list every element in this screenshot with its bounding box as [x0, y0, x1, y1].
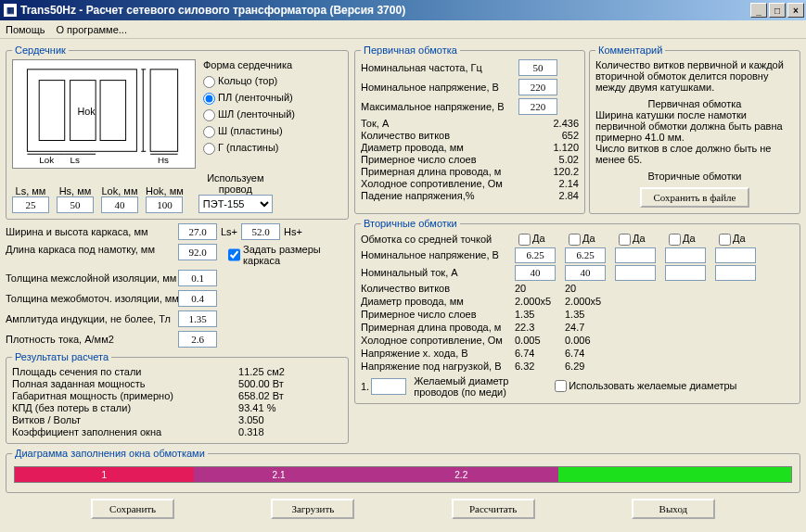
s-ct-3[interactable]: Да [615, 233, 659, 246]
comment-block3: Число витков в слое должно быть не менее… [595, 143, 794, 165]
s-v1[interactable] [515, 247, 556, 263]
svg-rect-3 [100, 81, 126, 141]
save-comments-button[interactable]: Сохранить в файле [640, 187, 748, 208]
load-button[interactable]: Загрузить [271, 499, 354, 519]
bar-seg1: 1 [15, 467, 194, 482]
frame-len-input[interactable] [178, 244, 217, 260]
res-area-l: Площадь сечения по стали [12, 366, 142, 377]
fill-legend: Диаграмма заполнения окна обмотками [12, 448, 208, 459]
freq-label: Номинальная частота, Гц [361, 62, 518, 73]
s-cr1: 0.005 [515, 335, 559, 346]
radio-pl[interactable]: ПЛ (ленточный) [203, 90, 295, 105]
radio-sh[interactable]: Ш (пластины) [203, 123, 295, 138]
svg-rect-4 [150, 70, 177, 151]
frame-size-check[interactable]: Задать размеры каркаса [224, 244, 336, 266]
s-v5[interactable] [715, 247, 756, 263]
radio-ring[interactable]: Кольцо (тор) [203, 73, 295, 88]
desired-label: Желаемый диаметр проводов (по меди) [414, 375, 525, 398]
desired-input[interactable] [371, 378, 406, 395]
p-cur-l: Ток, А [361, 118, 389, 129]
exit-button[interactable]: Выход [632, 499, 715, 519]
app-icon: ▦ [4, 4, 17, 17]
s-vl1: 6.32 [515, 361, 559, 372]
s-vidle-l: Напряжение х. хода, В [361, 348, 509, 359]
window-title: Trans50Hz - Расчет сетевого силового тра… [20, 4, 405, 17]
titlebar: ▦ Trans50Hz - Расчет сетевого силового т… [0, 0, 806, 20]
interlayer-input[interactable] [178, 270, 217, 286]
s-c3[interactable] [615, 265, 656, 281]
hok-label: Hok, мм [146, 185, 184, 196]
s-cr2: 0.006 [565, 335, 609, 346]
ls-plus-label: Ls+ [221, 226, 237, 237]
comment-block1: Количество витков первичной и каждой вто… [595, 59, 794, 93]
use-desired-check[interactable]: Использовать желаемые диаметры [551, 380, 736, 393]
frame-h-input[interactable] [241, 223, 280, 240]
p-wdia-l: Диаметр провода, мм [361, 142, 464, 153]
s-nomc-label: Номинальный ток, А [361, 267, 509, 278]
maximize-button[interactable]: □ [769, 3, 786, 18]
s-vload-l: Напряжение под нагрузкой, В [361, 361, 509, 372]
s-ct-4[interactable]: Да [665, 233, 710, 246]
menu-about[interactable]: О программе... [57, 24, 127, 35]
induction-input[interactable] [178, 310, 217, 327]
p-coldr-v: 2.14 [559, 178, 579, 189]
s-c4[interactable] [665, 265, 706, 281]
hs-plus-label: Hs+ [284, 226, 302, 237]
lok-label: Lok, мм [102, 185, 138, 196]
group-fill-diagram: Диаграмма заполнения окна обмотками 1 2.… [6, 448, 800, 493]
save-button[interactable]: Сохранить [91, 499, 174, 519]
p-wlen-l: Примерная длина провода, м [361, 166, 501, 177]
comments-legend: Комментарий [595, 44, 665, 56]
p-wlen-v: 120.2 [553, 166, 579, 177]
maxv-input[interactable] [518, 98, 557, 115]
res-fill-l: Коэффициент заполнения окна [12, 426, 161, 437]
s-wlen-l: Примерная длина провода, м [361, 322, 509, 333]
s-d2: 2.000x5 [565, 296, 609, 307]
bar-seg2: 2.1 [194, 467, 365, 482]
hs-input[interactable] [57, 196, 94, 213]
hok-input[interactable] [146, 196, 183, 213]
menu-help[interactable]: Помощь [6, 24, 45, 35]
res-area-v: 11.25 см2 [238, 366, 285, 377]
radio-shl[interactable]: ШЛ (ленточный) [203, 107, 295, 121]
res-kpd-l: КПД (без потерь в стали) [12, 402, 131, 413]
lok-input[interactable] [101, 196, 138, 213]
close-button[interactable]: × [787, 3, 804, 18]
res-gab-l: Габаритная мощность (примерно) [12, 390, 173, 401]
s-l1: 1.35 [515, 309, 559, 320]
wire-select[interactable]: ПЭТ-155 [198, 195, 273, 213]
density-input[interactable] [178, 331, 217, 348]
s-t1: 20 [515, 283, 559, 294]
s-v4[interactable] [665, 247, 706, 263]
frame-w-input[interactable] [178, 223, 217, 240]
s-c5[interactable] [715, 265, 756, 281]
s-ct-1[interactable]: Да [515, 233, 559, 246]
s-v2[interactable] [565, 247, 606, 263]
svg-text:Lok: Lok [39, 155, 54, 165]
freq-input[interactable] [518, 59, 557, 76]
frame-len-label: Длина каркаса под намотку, мм [6, 244, 178, 255]
calc-button[interactable]: Рассчитать [452, 499, 535, 519]
comment-sub2: Вторичные обмотки [595, 171, 794, 182]
minimize-button[interactable]: _ [750, 3, 767, 18]
density-label: Плотность тока, А/мм2 [6, 334, 178, 345]
nomv-input[interactable] [518, 79, 557, 95]
menubar: Помощь О программе... [0, 20, 806, 39]
s-layers-l: Примерное число слоев [361, 309, 509, 320]
s-ct-5[interactable]: Да [715, 233, 760, 246]
bar-seg3: 2.2 [365, 467, 558, 482]
svg-text:Ls: Ls [70, 155, 80, 165]
group-secondary: Вторичные обмотки Обмотка со средней точ… [354, 218, 800, 404]
s-c1[interactable] [515, 265, 556, 281]
p-layers-l: Примерное число слоев [361, 154, 477, 165]
interwind-input[interactable] [178, 290, 217, 307]
radio-g[interactable]: Г (пластины) [203, 140, 295, 155]
res-gab-v: 658.02 Вт [238, 390, 284, 401]
comment-block2: Ширина катушки после намотки первичной о… [595, 109, 794, 143]
nomv-label: Номинальное напряжение, В [361, 82, 518, 93]
s-c2[interactable] [565, 265, 606, 281]
ls-input[interactable] [12, 196, 49, 213]
s-v3[interactable] [615, 247, 656, 263]
s-ct-2[interactable]: Да [565, 233, 609, 246]
res-fill-v: 0.318 [238, 426, 264, 437]
